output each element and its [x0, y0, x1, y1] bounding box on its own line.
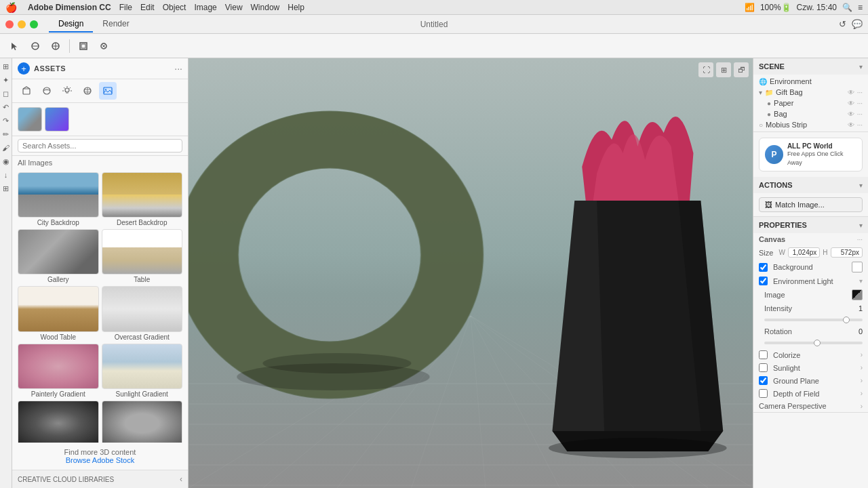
- visibility-icon-1[interactable]: 👁: [848, 89, 854, 96]
- image-item-table[interactable]: Table: [102, 229, 183, 283]
- fullscreen-button[interactable]: ⛶: [698, 62, 713, 77]
- maximize-button[interactable]: [30, 20, 38, 28]
- dof-expand[interactable]: ›: [861, 390, 863, 397]
- sidebar-icon-3[interactable]: ◻: [1, 88, 12, 99]
- scene-item-mobius[interactable]: ○ Mobius Strip 👁 ···: [753, 119, 868, 130]
- minimize-button[interactable]: [18, 20, 26, 28]
- pan-tool[interactable]: [46, 37, 65, 56]
- sunlight-checkbox[interactable]: [759, 363, 768, 372]
- sidebar-icon-brush[interactable]: 🖌: [1, 142, 12, 153]
- camera-perspective-label: Camera Perspective: [759, 402, 858, 410]
- category-3d[interactable]: [18, 82, 35, 100]
- magic-tool[interactable]: [94, 37, 113, 56]
- browse-adobe-stock-link[interactable]: Browse Adobe Stock: [66, 456, 135, 464]
- image-item-tunnel[interactable]: Tunnel Gradient: [18, 401, 99, 443]
- scene-item-environment[interactable]: 🌐 Environment: [753, 76, 868, 87]
- apple-menu[interactable]: 🍎: [5, 2, 17, 13]
- frame-tool[interactable]: [74, 37, 93, 56]
- intensity-thumb[interactable]: [843, 317, 850, 323]
- sidebar-icon-2[interactable]: ✦: [1, 75, 12, 85]
- scene-header[interactable]: SCENE ▾: [753, 58, 868, 75]
- visibility-icon-4[interactable]: 👁: [848, 121, 854, 129]
- sidebar-icon-group[interactable]: ⊞: [1, 183, 12, 194]
- canvas-area[interactable]: ⛶ ⊞ 🗗: [189, 58, 753, 488]
- sunlight-expand[interactable]: ›: [861, 364, 863, 371]
- category-lights[interactable]: [58, 82, 76, 100]
- rotation-thumb[interactable]: [814, 340, 821, 346]
- search-icon[interactable]: 🔍: [842, 3, 852, 12]
- image-item-city[interactable]: City Backdrop: [18, 172, 99, 226]
- category-materials[interactable]: [38, 82, 56, 100]
- sidebar-icon-4[interactable]: ↶: [1, 102, 12, 113]
- more-icon-2[interactable]: ···: [857, 100, 863, 107]
- menu-extra-icon[interactable]: ≡: [858, 3, 863, 12]
- sidebar-icon-eraser[interactable]: ◉: [1, 156, 12, 167]
- select-tool[interactable]: [5, 37, 24, 56]
- more-icon-1[interactable]: ···: [857, 89, 863, 96]
- thumb-selected-1[interactable]: [18, 107, 42, 131]
- menu-object[interactable]: Object: [163, 3, 186, 12]
- sidebar-icon-1[interactable]: ⊞: [1, 61, 12, 72]
- canvas-view-button[interactable]: 🗗: [734, 62, 749, 77]
- canvas-more-icon[interactable]: ···: [857, 236, 863, 243]
- sidebar-icon-5[interactable]: ↷: [1, 115, 12, 126]
- image-swatch[interactable]: [852, 289, 863, 300]
- image-item-vignette[interactable]: Vignette Gradient: [102, 401, 183, 443]
- tab-design[interactable]: Design: [49, 16, 93, 33]
- refresh-icon[interactable]: ↺: [839, 19, 846, 29]
- image-item-wood-table[interactable]: Wood Table: [18, 286, 99, 340]
- chat-icon[interactable]: 💬: [852, 19, 863, 29]
- close-button[interactable]: [5, 20, 14, 28]
- title-bar: Design Render Untitled ↺ 💬: [0, 15, 868, 34]
- category-environment[interactable]: [79, 82, 96, 100]
- rotation-slider[interactable]: [764, 342, 863, 344]
- image-item-overcast[interactable]: Overcast Gradient: [102, 286, 183, 340]
- menu-help[interactable]: Help: [288, 3, 304, 12]
- actions-header[interactable]: ACTIONS ▾: [753, 177, 868, 193]
- canvas-settings-button[interactable]: ⊞: [716, 62, 731, 77]
- thumb-selected-2[interactable]: [45, 107, 69, 131]
- image-item-desert[interactable]: Desert Backdrop: [102, 172, 183, 226]
- orbit-tool[interactable]: [26, 37, 45, 56]
- visibility-icon-2[interactable]: 👁: [848, 100, 854, 107]
- visibility-icon-3[interactable]: 👁: [848, 110, 854, 118]
- ground-plane-checkbox[interactable]: [759, 376, 768, 385]
- env-light-checkbox[interactable]: [759, 277, 768, 285]
- category-images[interactable]: [99, 82, 117, 100]
- properties-header[interactable]: PROPERTIES ▾: [753, 217, 868, 233]
- background-label: Background: [773, 263, 849, 271]
- scene-item-bag[interactable]: ● Bag 👁 ···: [762, 108, 868, 119]
- more-icon-4[interactable]: ···: [857, 121, 863, 129]
- depth-of-field-checkbox[interactable]: [759, 389, 768, 398]
- search-input[interactable]: [18, 139, 182, 152]
- match-image-button[interactable]: 🖼 Match Image...: [759, 197, 863, 212]
- paper-obj-icon: ●: [767, 100, 771, 107]
- assets-category-row: [12, 79, 188, 103]
- scene-item-paper[interactable]: ● Paper 👁 ···: [762, 98, 868, 108]
- sidebar-icon-pencil[interactable]: ✏: [1, 129, 12, 140]
- sidebar-icon-arrow[interactable]: ↓: [1, 169, 12, 180]
- cc-collapse[interactable]: ‹: [180, 474, 182, 484]
- image-item-painterly[interactable]: Painterly Gradient: [18, 344, 99, 398]
- menu-window[interactable]: Window: [251, 3, 280, 12]
- colorize-expand[interactable]: ›: [861, 351, 863, 359]
- tab-render[interactable]: Render: [93, 16, 138, 33]
- menu-file[interactable]: File: [119, 3, 132, 12]
- ad-banner[interactable]: P ALL PC World Free Apps One Click Away: [759, 138, 863, 171]
- image-item-gallery[interactable]: Gallery: [18, 229, 99, 283]
- more-icon-3[interactable]: ···: [857, 110, 863, 118]
- menu-edit[interactable]: Edit: [140, 3, 155, 12]
- background-checkbox[interactable]: [759, 263, 768, 272]
- menu-view[interactable]: View: [225, 3, 243, 12]
- assets-more-button[interactable]: ···: [174, 63, 182, 74]
- ground-plane-expand[interactable]: ›: [861, 377, 863, 384]
- image-item-sunlight[interactable]: Sunlight Gradient: [102, 344, 183, 398]
- add-asset-button[interactable]: +: [18, 62, 30, 75]
- intensity-slider[interactable]: [764, 319, 863, 321]
- scene-item-gift-bag[interactable]: ▾ 📁 Gift Bag 👁 ···: [753, 87, 868, 98]
- camera-expand[interactable]: ›: [861, 403, 863, 410]
- env-light-collapse[interactable]: ▾: [859, 277, 863, 285]
- menu-image[interactable]: Image: [194, 3, 216, 12]
- colorize-checkbox[interactable]: [759, 350, 768, 359]
- background-swatch[interactable]: [852, 262, 863, 272]
